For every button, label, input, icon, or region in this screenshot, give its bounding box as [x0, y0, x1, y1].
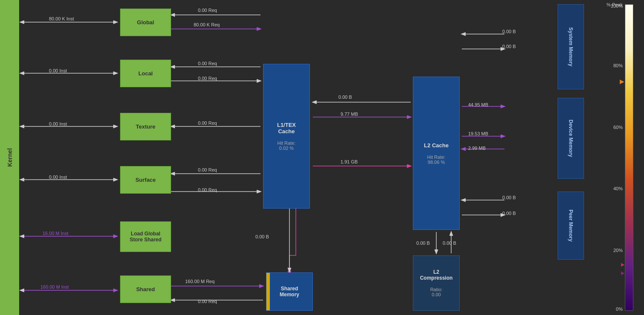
- label-0-req-surface-out: 0.00 Req: [198, 187, 217, 192]
- shared-memory-box: SharedMemory: [266, 272, 313, 311]
- system-memory-box: System Memory: [558, 4, 584, 89]
- label-0-req-local-out: 0.00 Req: [198, 76, 217, 81]
- label-160m-inst: 160.00 M Inst: [40, 284, 69, 289]
- diagram-container: Kernel: [0, 0, 644, 315]
- label-0-req-global-in: 0.00 Req: [198, 8, 217, 13]
- kernel-label: Kernel: [0, 0, 19, 315]
- label-0-b-l1l2-in: 0.00 B: [338, 94, 352, 100]
- label-0-inst-texture: 0.00 Inst: [49, 121, 67, 126]
- label-1-91-gb: 1.91 GB: [341, 159, 358, 164]
- label-19-53-mb: 19.53 MB: [468, 131, 488, 136]
- label-0-req-shared-out: 0.00 Req: [198, 299, 217, 304]
- label-0-inst-local: 0.00 Inst: [49, 68, 67, 73]
- gradient-0-label: 0%: [616, 306, 623, 312]
- texture-box: Texture: [120, 113, 171, 140]
- label-16m-inst: 16.00 M Inst: [43, 231, 69, 236]
- label-0-b-l2comp-out: 0.00 B: [443, 241, 456, 246]
- arrows-svg: [0, 0, 644, 315]
- device-memory-box: Device Memory: [558, 98, 584, 179]
- gradient-60-label: 60%: [613, 125, 623, 130]
- l2cache-box: L2 Cache Hit Rate:98.06 %: [413, 77, 460, 230]
- label-0-req-local-in: 0.00 Req: [198, 61, 217, 66]
- peer-memory-box: Peer Memory: [558, 192, 584, 260]
- shared-box: Shared: [120, 275, 171, 303]
- gradient-20-label: 20%: [613, 248, 623, 253]
- gradient-arrow-80: ▶: [620, 78, 624, 85]
- l1tex-cache-box: L1/TEXCache Hit Rate:0.02 %: [263, 64, 310, 209]
- gradient-arrow-20-2: ▶: [621, 270, 624, 276]
- label-0-inst-surface: 0.00 Inst: [49, 175, 67, 180]
- label-0-req-surface-in: 0.00 Req: [198, 167, 217, 172]
- label-0-b-peer-in: 0.00 B: [502, 195, 516, 200]
- label-80k-inst: 80.00 K Inst: [49, 16, 74, 21]
- label-0-b-peer-out: 0.00 B: [502, 211, 516, 216]
- load-global-store-shared-box: Load GlobalStore Shared: [120, 221, 171, 252]
- gradient-80-label: 80%: [613, 63, 623, 68]
- label-80k-req-global-out: 80.00 K Req: [194, 22, 220, 27]
- gradient-bar: [625, 4, 633, 311]
- global-box: Global: [120, 9, 171, 36]
- l2compression-box: L2Compression Ratio:0.00: [413, 255, 460, 311]
- label-0-req-texture: 0.00 Req: [198, 120, 217, 126]
- gradient-arrow-20-1: ▶: [621, 262, 624, 267]
- label-0-b-l2comp-in: 0.00 B: [416, 241, 430, 246]
- label-0-b-sys-in: 0.00 B: [502, 29, 516, 34]
- label-44-95-mb: 44.95 MB: [468, 102, 488, 107]
- surface-box: Surface: [120, 166, 171, 194]
- local-box: Local: [120, 60, 171, 87]
- label-0-b-sys-out: 0.00 B: [502, 44, 516, 49]
- label-2-99-mb: 2.99 MB: [468, 146, 486, 151]
- gradient-40-label: 40%: [613, 186, 623, 191]
- label-9-77-mb: 9.77 MB: [341, 112, 358, 117]
- gradient-100-label: 100%: [611, 3, 623, 9]
- label-160m-req-shared: 160.00 M Req: [185, 279, 215, 284]
- label-0-b-shared-down: 0.00 B: [255, 234, 269, 239]
